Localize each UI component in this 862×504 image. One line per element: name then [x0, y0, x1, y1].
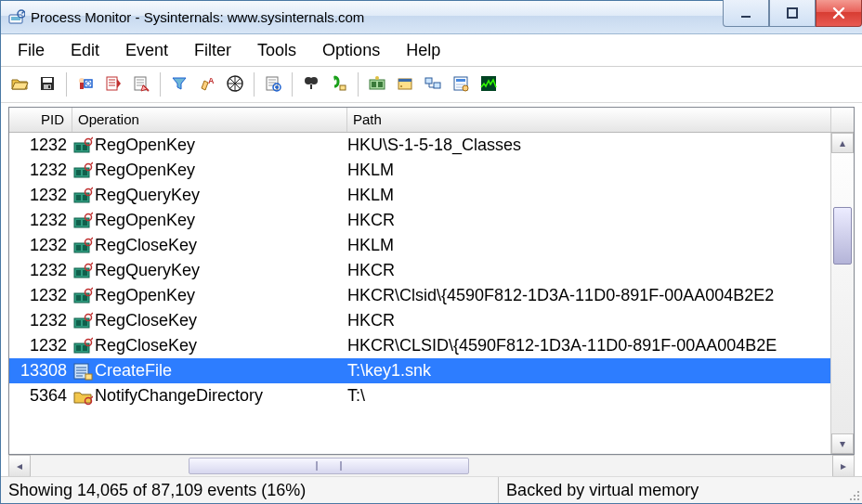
svg-rect-53 — [76, 220, 81, 226]
toolbar-jump-to-button[interactable] — [326, 71, 352, 97]
toolbar-show-profiling-button[interactable] — [476, 71, 502, 97]
svg-point-13 — [86, 81, 91, 85]
menu-filter[interactable]: Filter — [181, 37, 244, 64]
toolbar-autoscroll-button[interactable] — [100, 71, 126, 97]
svg-rect-26 — [378, 82, 383, 87]
column-header-pid[interactable]: PID — [9, 108, 72, 132]
column-headers: PID Operation Path — [9, 108, 854, 133]
app-window: Process Monitor - Sysinternals: www.sysi… — [0, 0, 862, 504]
operation-label: RegOpenKey — [95, 158, 195, 183]
horizontal-scrollbar[interactable]: ◂ ▸ — [8, 455, 855, 476]
svg-rect-25 — [372, 82, 376, 87]
table-row[interactable]: 1232RegCloseKeyHKLM — [9, 233, 830, 258]
menu-file[interactable]: File — [5, 37, 58, 64]
svg-rect-59 — [83, 245, 87, 251]
svg-point-27 — [375, 76, 379, 80]
toolbar-open-button[interactable] — [7, 71, 33, 97]
toolbar-show-registry-button[interactable] — [364, 71, 390, 97]
svg-rect-49 — [83, 195, 87, 200]
toolbar-clear-button[interactable] — [128, 71, 154, 97]
table-row[interactable]: 1232RegQueryKeyHKLM — [9, 183, 830, 208]
horizontal-scroll-thumb[interactable] — [189, 458, 469, 474]
registry-event-icon — [72, 211, 93, 231]
menu-event[interactable]: Event — [112, 37, 181, 64]
svg-rect-32 — [434, 83, 440, 88]
toolbar-capture-button[interactable] — [72, 71, 98, 97]
header-corner — [831, 108, 854, 132]
vertical-scrollbar[interactable]: ▴ ▾ — [830, 133, 854, 454]
toolbar-show-filesystem-button[interactable] — [392, 71, 418, 97]
table-row[interactable]: 5364NotifyChangeDirectoryT:\ — [9, 383, 830, 408]
scroll-left-button[interactable]: ◂ — [8, 455, 31, 477]
registry-event-icon — [72, 161, 93, 181]
scroll-right-button[interactable]: ▸ — [832, 455, 855, 477]
table-row[interactable]: 1232RegCloseKeyHKCR — [9, 308, 830, 333]
cell-operation: RegCloseKey — [72, 233, 347, 258]
table-row[interactable]: 1232RegOpenKeyHKU\S-1-5-18_Classes — [9, 133, 830, 158]
menu-tools[interactable]: Tools — [244, 37, 309, 64]
cell-operation: CreateFile — [72, 358, 347, 383]
procmon-icon — [8, 9, 25, 26]
cell-operation: RegOpenKey — [72, 158, 347, 183]
scroll-up-button[interactable]: ▴ — [831, 133, 854, 153]
status-backing: Backed by virtual memory — [499, 477, 843, 503]
svg-line-51 — [91, 187, 93, 189]
table-row[interactable]: 1232RegCloseKeyHKCR\CLSID\{4590F812-1D3A… — [9, 333, 830, 358]
operation-label: RegOpenKey — [95, 133, 195, 158]
svg-rect-63 — [76, 270, 81, 276]
registry-event-icon — [72, 136, 93, 156]
toolbar-show-process-button[interactable] — [448, 71, 474, 97]
svg-rect-5 — [788, 8, 797, 18]
cell-path: HKCR — [347, 308, 830, 333]
minimize-button[interactable] — [723, 0, 769, 27]
cell-pid: 1232 — [9, 233, 72, 258]
menu-edit[interactable]: Edit — [58, 37, 112, 64]
process-tree-icon — [226, 74, 244, 96]
event-rows[interactable]: 1232RegOpenKeyHKU\S-1-5-18_Classes1232Re… — [9, 133, 830, 454]
svg-line-81 — [91, 338, 93, 340]
operation-label: RegCloseKey — [95, 308, 197, 333]
toolbar-show-network-button[interactable] — [420, 71, 446, 97]
toolbar-find-button[interactable] — [298, 71, 324, 97]
highlight-icon: A — [198, 74, 216, 96]
table-row[interactable]: 1232RegOpenKeyHKCR — [9, 208, 830, 233]
svg-rect-68 — [76, 295, 81, 301]
svg-rect-38 — [76, 145, 81, 150]
menu-help[interactable]: Help — [393, 37, 453, 64]
find-icon — [302, 74, 320, 96]
horizontal-scroll-track[interactable] — [31, 455, 832, 477]
table-row[interactable]: 13308CreateFileT:\key1.snk — [9, 358, 830, 383]
cell-operation: RegOpenKey — [72, 133, 347, 158]
titlebar[interactable]: Process Monitor - Sysinternals: www.sysi… — [1, 1, 862, 34]
cell-operation: RegOpenKey — [72, 208, 347, 233]
column-header-operation[interactable]: Operation — [72, 108, 347, 132]
toolbar-filter-button[interactable] — [166, 71, 192, 97]
toolbar-process-tree-button[interactable] — [222, 71, 248, 97]
cell-pid: 1232 — [9, 333, 72, 358]
statusbar: Showing 14,065 of 87,109 events (16%) Ba… — [1, 476, 862, 503]
table-row[interactable]: 1232RegQueryKeyHKCR — [9, 258, 830, 283]
cell-pid: 1232 — [9, 133, 72, 158]
close-button[interactable] — [816, 0, 862, 27]
operation-label: RegQueryKey — [95, 183, 200, 208]
toolbar-save-button[interactable] — [34, 71, 60, 97]
cell-path: HKCR — [347, 208, 830, 233]
table-row[interactable]: 1232RegOpenKeyHKCR\Clsid\{4590F812-1D3A-… — [9, 283, 830, 308]
svg-rect-22 — [310, 80, 312, 82]
svg-rect-74 — [83, 320, 87, 326]
maximize-button[interactable] — [769, 0, 816, 27]
svg-rect-31 — [425, 78, 432, 84]
registry-event-icon — [72, 236, 93, 256]
toolbar-highlight-button[interactable]: A — [194, 71, 220, 97]
svg-line-66 — [91, 263, 93, 265]
table-row[interactable]: 1232RegOpenKeyHKLM — [9, 158, 830, 183]
resize-gripper[interactable] — [843, 477, 862, 503]
folder-event-icon — [72, 386, 93, 407]
vertical-scroll-thumb[interactable] — [833, 207, 852, 265]
toolbar-include-process-button[interactable] — [260, 71, 286, 97]
cell-pid: 1232 — [9, 283, 72, 308]
scroll-down-button[interactable]: ▾ — [831, 433, 854, 454]
column-header-path[interactable]: Path — [347, 108, 831, 132]
menu-options[interactable]: Options — [309, 37, 393, 64]
status-event-count: Showing 14,065 of 87,109 events (16%) — [1, 477, 499, 503]
